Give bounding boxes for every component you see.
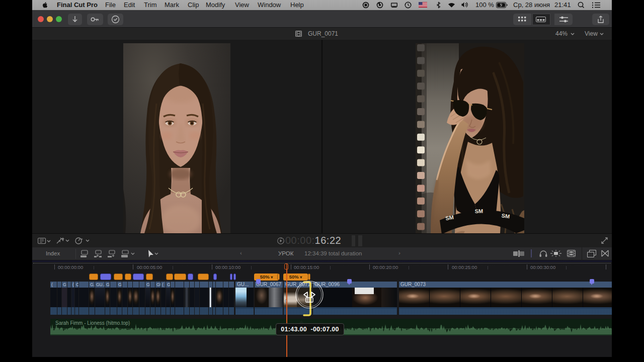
svg-text:SM: SM bbox=[445, 214, 454, 221]
svg-text:SM: SM bbox=[501, 212, 510, 219]
svg-text:SM: SM bbox=[475, 208, 484, 214]
